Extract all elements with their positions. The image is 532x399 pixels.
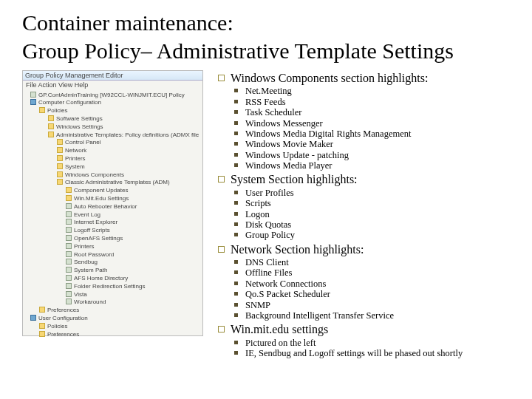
- list-item-text: Scripts: [245, 198, 271, 208]
- list-item: Offline Files: [234, 267, 463, 278]
- list-item: Windows Media Digital Rights Management: [234, 129, 463, 139]
- tree-node-label: AFS Home Directory: [74, 275, 128, 282]
- tree-node: Component Updates: [26, 187, 201, 195]
- section-heading-row: System Section highlights:: [218, 173, 463, 186]
- bullet-solid-icon: [234, 292, 238, 296]
- doc-icon: [66, 267, 72, 273]
- tree-node-label: Auto Rebooter Behavior: [74, 203, 137, 210]
- section-heading: System Section highlights:: [231, 173, 358, 186]
- list-item: Windows Movie Maker: [234, 139, 463, 149]
- tree-node: Network: [26, 147, 201, 155]
- section-items: Pictured on the leftIE, Sendbug and Logo…: [234, 338, 463, 359]
- tree-node-label: Classic Administrative Templates (ADM): [65, 179, 170, 185]
- tree-node-label: GP.ContAdminTraining [W92CCL-WINJMIT.ECU…: [38, 92, 185, 98]
- bullet-solid-icon: [234, 110, 238, 114]
- bullet-hollow-icon: [218, 326, 225, 332]
- tree-node: Internet Explorer: [26, 219, 201, 227]
- gp-editor-screenshot: Group Policy Management Editor File Acti…: [22, 70, 203, 336]
- tree-node: Policies: [26, 323, 201, 331]
- tree-node-label: Vista: [74, 291, 87, 298]
- section-items: DNS ClientOffline FilesNetwork Connectio…: [234, 257, 463, 321]
- tree-node-label: Workaround: [74, 299, 106, 305]
- section-heading-row: Network Section highlights:: [218, 243, 463, 256]
- bullet-solid-icon: [234, 341, 238, 344]
- folder-icon: [66, 187, 72, 193]
- folder-icon: [39, 107, 45, 113]
- list-item-text: IE, Sendbug and Logoff settings will be …: [245, 348, 463, 358]
- section-heading: Win.mit.edu settings: [231, 323, 328, 336]
- tree-node: Policies: [26, 107, 201, 115]
- section-heading: Windows Components section highlights:: [231, 72, 428, 85]
- folder-icon: [57, 163, 63, 169]
- tree-node: System Path: [26, 267, 201, 275]
- list-item-text: User Profiles: [245, 188, 294, 198]
- tree-node-label: Internet Explorer: [74, 219, 117, 225]
- list-item: Background Intelligent Transfer Service: [234, 310, 463, 321]
- list-item-text: SNMP: [245, 300, 270, 310]
- bullet-hollow-icon: [218, 176, 225, 183]
- folder-icon: [66, 195, 72, 201]
- tree-node: Folder Redirection Settings: [26, 283, 201, 291]
- tree-node-label: Component Updates: [74, 187, 128, 194]
- list-item: IE, Sendbug and Logoff settings will be …: [234, 348, 463, 358]
- tree-node-label: Policies: [47, 107, 68, 114]
- tree-node: Workaround: [26, 299, 201, 307]
- tree-node-label: OpenAFS Settings: [74, 235, 123, 242]
- tree-node-label: Folder Redirection Settings: [74, 283, 146, 290]
- doc-icon: [66, 259, 72, 265]
- list-item: DNS Client: [234, 257, 463, 267]
- list-item: Disk Quotas: [234, 219, 463, 230]
- tree-node-label: Network: [65, 147, 86, 154]
- doc-icon: [66, 299, 72, 304]
- bullet-solid-icon: [234, 132, 238, 135]
- tree-node-label: Computer Configuration: [38, 99, 101, 106]
- doc-icon: [30, 92, 36, 98]
- doc-icon: [66, 243, 72, 249]
- section-heading-row: Win.mit.edu settings: [218, 323, 463, 336]
- folder-icon: [48, 115, 54, 121]
- folder-icon: [39, 331, 45, 337]
- list-item-text: Net.Meeting: [245, 86, 292, 96]
- title-line-1: Container maintenance:: [22, 10, 233, 35]
- list-item-text: Windows Messenger: [245, 118, 323, 129]
- tree-node: Windows Components: [26, 171, 201, 180]
- tree-node: AFS Home Directory: [26, 275, 201, 283]
- right-content: Windows Components section highlights:Ne…: [218, 70, 463, 361]
- tree-node: User Configuration: [26, 315, 201, 323]
- list-item: SNMP: [234, 300, 463, 310]
- title-line-2: Group Policy– Administrative Template Se…: [22, 38, 454, 63]
- folder-icon: [57, 155, 63, 161]
- tree-node-label: Windows Settings: [56, 123, 103, 130]
- doc-icon: [66, 227, 72, 233]
- list-item-text: Windows Update - patching: [245, 150, 349, 160]
- bullet-hollow-icon: [218, 246, 225, 253]
- tree-node-label: Printers: [65, 155, 86, 162]
- list-item: User Profiles: [234, 188, 463, 198]
- tree-node-label: Software Settings: [56, 115, 103, 122]
- folder-icon: [57, 179, 63, 185]
- list-item: Pictured on the left: [234, 338, 463, 348]
- tree-node-label: System Path: [74, 267, 107, 273]
- tree-node-label: Logoff Scripts: [74, 227, 110, 233]
- section-items: Net.MeetingRSS FeedsTask SchedulerWindow…: [234, 86, 463, 171]
- list-item-text: Disk Quotas: [245, 219, 291, 230]
- doc-icon: [66, 219, 72, 225]
- bullet-solid-icon: [234, 260, 238, 264]
- list-item: Windows Media Player: [234, 160, 463, 171]
- bullet-solid-icon: [234, 233, 238, 236]
- folder-icon: [57, 139, 63, 145]
- list-item: Group Policy: [234, 230, 463, 240]
- tree-node: Auto Rebooter Behavior: [26, 203, 201, 211]
- doc-icon: [66, 283, 72, 289]
- list-item-text: Qo.S Packet Scheduler: [245, 289, 330, 299]
- list-item-text: Network Connections: [245, 279, 326, 289]
- doc-icon: [66, 235, 72, 241]
- comp-icon: [30, 99, 36, 105]
- tree-node-label: Administrative Templates: Policy definit…: [56, 132, 199, 138]
- list-item-text: Task Scheduler: [245, 107, 302, 117]
- doc-icon: [66, 251, 72, 257]
- doc-icon: [66, 211, 72, 217]
- bullet-solid-icon: [234, 212, 238, 216]
- doc-icon: [66, 291, 72, 297]
- list-item: Network Connections: [234, 279, 463, 289]
